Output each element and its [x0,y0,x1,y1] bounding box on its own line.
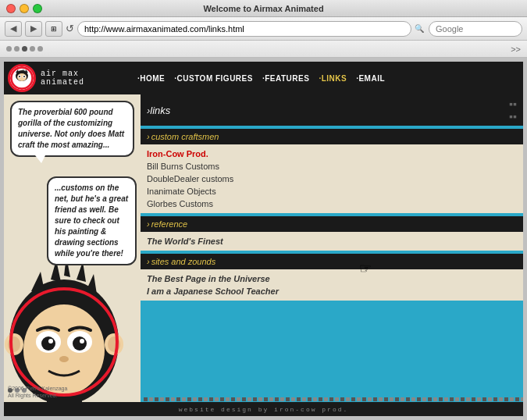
close-button[interactable] [6,4,16,13]
window-controls[interactable] [6,4,42,13]
svg-point-30 [59,356,69,362]
list-item[interactable]: The World's Finest [147,235,517,247]
list-item[interactable]: Bill Burns Customs [147,160,517,173]
forward-button[interactable]: ▶ [25,21,42,37]
svg-point-27 [73,336,87,351]
browser-content: air max animated ·HOME ·CUSTOM FIGURES ·… [0,58,527,420]
expand-button[interactable]: >> [511,44,521,54]
maximize-button[interactable] [33,4,42,13]
back-button[interactable]: ◀ [5,21,22,37]
logo-area: air max animated [4,62,125,94]
browser-toolbar: ◀ ▶ ⊞ ↺ 🔍 [0,17,527,41]
dot-2 [14,46,20,52]
svg-marker-19 [86,274,97,294]
grid-toggle-icon[interactable]: ▪▪▪▪ [509,98,517,123]
list-item[interactable]: DoubleDealer customs [147,173,517,185]
list-item[interactable]: I am a Japanese School Teacher [147,285,517,297]
section-reference: ›reference The World's Finest [141,216,523,251]
custom-craftsmen-items: Iron-Cow Prod. Bill Burns Customs Double… [141,144,523,213]
left-panel: The proverbial 600 pound gorilla of the … [4,94,141,416]
refresh-button[interactable]: ↺ [66,23,74,34]
dot-1 [6,46,12,52]
links-panel: ›links ▪▪▪▪ ›custom craftsmen Iron-Cow P… [141,94,523,416]
links-header: ›links ▪▪▪▪ [141,94,523,126]
dot-5 [37,46,43,52]
section-custom-craftsmen-header: ›custom craftsmen [141,129,523,144]
site-body: The proverbial 600 pound gorilla of the … [4,94,523,416]
site-header: air max animated ·HOME ·CUSTOM FIGURES ·… [4,62,523,94]
nav-home[interactable]: ·HOME [133,74,169,83]
section-reference-header: ›reference [141,216,523,232]
logo-text: air max animated [41,69,125,87]
dot-3 [22,46,27,52]
logo-circle [8,64,36,92]
nav-custom-figures[interactable]: ·CUSTOM FIGURES [169,74,258,83]
links-title: ›links [147,105,170,116]
footer-text: website design by iron-cow prod. [179,406,349,413]
svg-point-9 [19,76,20,77]
minimize-button[interactable] [20,4,29,13]
sites-zounds-items: The Best Page in the Universe I am a Jap… [141,269,523,301]
nav-email[interactable]: ·EMAIL [351,74,390,83]
dot-4 [30,46,35,52]
search-icon: 🔍 [415,24,424,33]
speech-bubble-1: The proverbial 600 pound gorilla of the … [10,101,134,157]
pixel-row-decoration [141,396,523,402]
website: air max animated ·HOME ·CUSTOM FIGURES ·… [4,62,523,416]
footer-strip: website design by iron-cow prod. [4,402,523,416]
grid-button[interactable]: ⊞ [45,21,62,37]
bookmarks-bar: >> [0,41,527,58]
speech-bubble-2: ...customs on the net, but he's a great … [47,176,137,265]
nav-links[interactable]: ·LINKS [314,74,351,83]
copyright-text: ©2006 Pierre Kalenzaga All Rights Reserv… [8,385,67,399]
right-panel: ›links ▪▪▪▪ ›custom craftsmen Iron-Cow P… [141,94,523,416]
site-nav: ·HOME ·CUSTOM FIGURES ·FEATURES ·LINKS ·… [125,74,390,83]
section-custom-craftsmen: ›custom craftsmen Iron-Cow Prod. Bill Bu… [141,129,523,213]
reference-items: The World's Finest [141,232,523,251]
svg-point-28 [48,339,53,343]
search-input[interactable] [429,21,522,37]
window-title: Welcome to Airmax Animated [203,4,323,13]
address-bar[interactable] [77,21,411,37]
svg-point-29 [80,339,84,343]
svg-point-14 [23,304,105,395]
title-bar: Welcome to Airmax Animated [0,0,527,17]
list-item[interactable]: Inanimate Objects [147,185,517,198]
section-sites-zounds: ›sites and zounds The Best Page in the U… [141,254,523,301]
list-item[interactable]: Iron-Cow Prod. [147,148,517,160]
nav-features[interactable]: ·FEATURES [258,74,314,83]
page-dots [6,46,43,52]
list-item[interactable]: The Best Page in the Universe [147,272,517,285]
section-sites-zounds-header: ›sites and zounds [141,254,523,269]
svg-point-26 [41,336,55,351]
logo-face-svg [10,66,34,90]
list-item[interactable]: Glorbes Customs [147,198,517,210]
svg-point-10 [23,76,25,77]
